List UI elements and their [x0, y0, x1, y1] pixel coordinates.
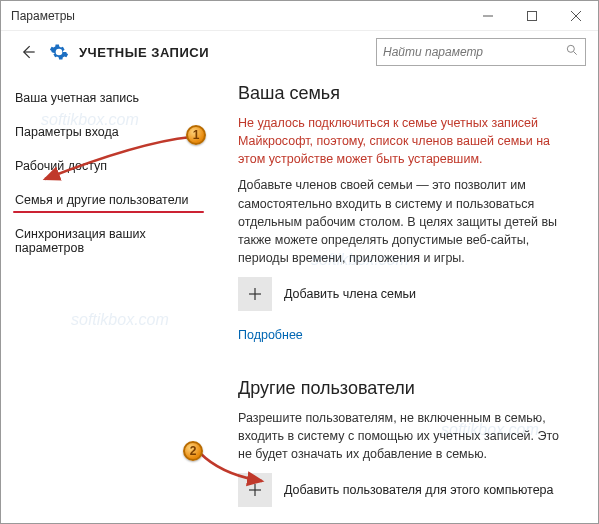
add-family-member-button[interactable] [238, 277, 272, 311]
sidebar-item-label: Ваша учетная запись [15, 91, 139, 105]
sidebar-item-label: Параметры входа [15, 125, 119, 139]
search-input[interactable] [383, 45, 565, 59]
plus-icon [248, 287, 262, 301]
content-panel: Ваша семья Не удалось подключиться к сем… [216, 77, 598, 524]
family-description: Добавьте членов своей семьи — это позвол… [238, 176, 576, 267]
window-minimize-button[interactable] [466, 1, 510, 31]
back-button[interactable] [13, 37, 43, 67]
add-family-member-label: Добавить члена семьи [284, 287, 416, 301]
svg-rect-1 [528, 11, 537, 20]
add-family-member-row[interactable]: Добавить члена семьи [238, 277, 576, 311]
sidebar-item-signin-options[interactable]: Параметры входа [1, 115, 216, 149]
body: Ваша учетная запись Параметры входа Рабо… [1, 77, 598, 524]
window-maximize-button[interactable] [510, 1, 554, 31]
sidebar-item-label: Рабочий доступ [15, 159, 107, 173]
sidebar-item-work-access[interactable]: Рабочий доступ [1, 149, 216, 183]
settings-gear-icon [47, 40, 71, 64]
learn-more-link[interactable]: Подробнее [238, 328, 303, 342]
add-other-user-label: Добавить пользователя для этого компьюте… [284, 483, 554, 497]
annotation-marker-2: 2 [183, 441, 203, 461]
search-box[interactable] [376, 38, 586, 66]
sidebar-item-label: Синхронизация ваших параметров [15, 227, 146, 255]
window-titlebar: Параметры [1, 1, 598, 31]
other-users-description: Разрешите пользователям, не включенным в… [238, 409, 576, 463]
window-close-button[interactable] [554, 1, 598, 31]
sidebar-item-family-other-users[interactable]: Семья и другие пользователи [1, 183, 216, 217]
sidebar-item-your-account[interactable]: Ваша учетная запись [1, 81, 216, 115]
window-title: Параметры [11, 9, 466, 23]
add-other-user-button[interactable] [238, 473, 272, 507]
add-other-user-row[interactable]: Добавить пользователя для этого компьюте… [238, 473, 576, 507]
header: УЧЕТНЫЕ ЗАПИСИ [1, 31, 598, 77]
plus-icon [248, 483, 262, 497]
sidebar: Ваша учетная запись Параметры входа Рабо… [1, 77, 216, 524]
family-heading: Ваша семья [238, 83, 576, 104]
svg-line-6 [574, 52, 577, 55]
search-icon [565, 43, 579, 61]
family-warning-text: Не удалось подключиться к семье учетных … [238, 114, 576, 168]
sidebar-item-sync-settings[interactable]: Синхронизация ваших параметров [1, 217, 216, 265]
annotation-marker-1: 1 [186, 125, 206, 145]
other-users-heading: Другие пользователи [238, 378, 576, 399]
header-title: УЧЕТНЫЕ ЗАПИСИ [79, 45, 209, 60]
svg-point-5 [567, 45, 574, 52]
sidebar-item-label: Семья и другие пользователи [15, 193, 188, 207]
